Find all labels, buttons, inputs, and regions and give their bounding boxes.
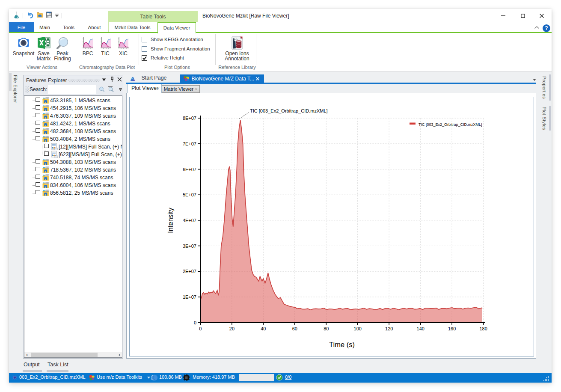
svg-text:Intensity: Intensity bbox=[167, 208, 174, 233]
svg-text:TIC [003_Ex2_Orbitrap_CID.mzXM: TIC [003_Ex2_Orbitrap_CID.mzXML] bbox=[419, 122, 482, 127]
svg-text:Time (s): Time (s) bbox=[329, 341, 355, 348]
svg-text:6E+07: 6E+07 bbox=[183, 167, 196, 172]
svg-text:5E+07: 5E+07 bbox=[183, 192, 196, 197]
svg-text:100: 100 bbox=[354, 326, 362, 331]
svg-text:0: 0 bbox=[194, 320, 196, 325]
svg-text:TIC [003_Ex2_Orbitrap_CID.mzXM: TIC [003_Ex2_Orbitrap_CID.mzXML] bbox=[250, 108, 328, 113]
svg-text:80: 80 bbox=[324, 326, 329, 331]
svg-text:40: 40 bbox=[261, 326, 266, 331]
svg-text:60: 60 bbox=[292, 326, 297, 331]
svg-text:160: 160 bbox=[448, 326, 456, 331]
svg-text:180: 180 bbox=[479, 326, 487, 331]
svg-text:3E+07: 3E+07 bbox=[183, 244, 196, 249]
svg-text:2E+07: 2E+07 bbox=[183, 269, 196, 274]
svg-text:120: 120 bbox=[385, 326, 393, 331]
svg-text:8E+07: 8E+07 bbox=[183, 116, 196, 121]
svg-text:20: 20 bbox=[229, 326, 234, 331]
svg-text:140: 140 bbox=[417, 326, 424, 331]
svg-text:7E+07: 7E+07 bbox=[183, 141, 196, 146]
svg-text:4E+07: 4E+07 bbox=[183, 218, 196, 223]
svg-text:0: 0 bbox=[199, 326, 202, 331]
svg-text:1E+07: 1E+07 bbox=[183, 294, 196, 300]
